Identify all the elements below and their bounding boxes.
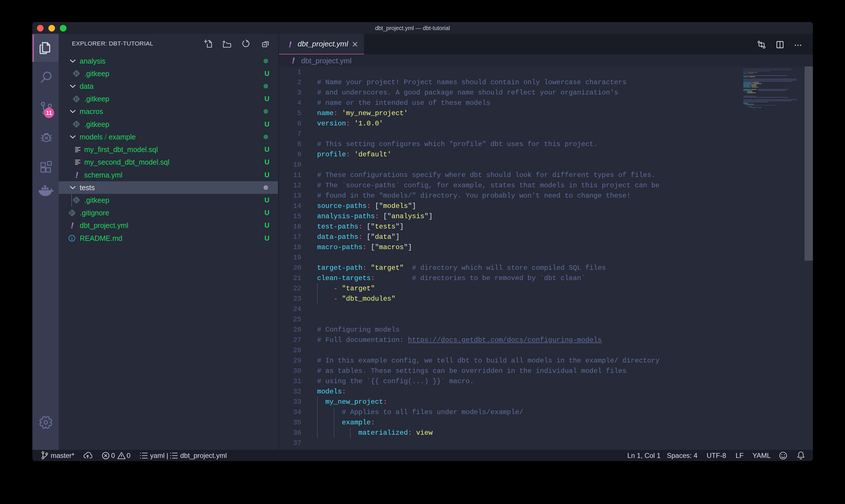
svg-text:i: i — [71, 236, 72, 240]
